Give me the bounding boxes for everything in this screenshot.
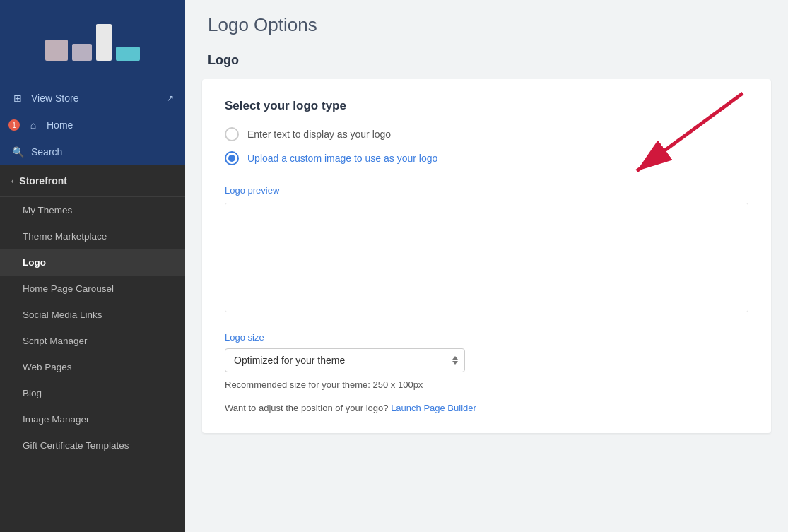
brand-logo [45, 24, 140, 61]
logo-size-section: Logo size Optimized for your theme Origi… [225, 332, 748, 413]
search-label: Search [31, 146, 62, 158]
chevron-left-icon: ‹ [11, 177, 13, 185]
search-icon: 🔍 [11, 146, 24, 158]
logo-preview-section: Logo preview [225, 185, 748, 312]
logo-block-4 [116, 47, 140, 61]
sidebar: ⊞ View Store ↗ 1 ⌂ Home 🔍 Search ‹ Store… [0, 0, 185, 532]
radio-circle-image[interactable] [225, 151, 239, 165]
logo-size-select-wrapper: Optimized for your theme Original size C… [225, 348, 465, 372]
page-subtitle: Logo [208, 53, 765, 68]
radio-circle-text[interactable] [225, 127, 239, 141]
logo-preview-label: Logo preview [225, 185, 748, 196]
main-content: Logo Options Logo Select your logo type … [185, 0, 788, 532]
view-store-label: View Store [31, 93, 78, 104]
sidebar-item-gift-certificate[interactable]: Gift Certificate Templates [0, 432, 185, 459]
radio-label-image: Upload a custom image to use as your log… [247, 153, 437, 164]
storefront-label: Storefront [19, 175, 67, 187]
logo-options-card: Select your logo type Enter text to disp… [202, 79, 771, 433]
external-link-icon: ↗ [167, 93, 174, 103]
home-label: Home [47, 119, 73, 131]
sidebar-item-image-manager[interactable]: Image Manager [0, 406, 185, 432]
logo-preview-box [225, 203, 748, 312]
sidebar-nav-list: My Themes Theme Marketplace Logo Home Pa… [0, 197, 185, 459]
home-badge: 1 [8, 119, 20, 131]
page-title: Logo Options [208, 14, 765, 36]
sidebar-item-home-page-carousel[interactable]: Home Page Carousel [0, 276, 185, 302]
logo-block-1 [45, 40, 68, 61]
radio-label-text: Enter text to display as your logo [247, 129, 391, 140]
sidebar-item-blog[interactable]: Blog [0, 380, 185, 406]
logo-size-select[interactable]: Optimized for your theme Original size C… [225, 348, 465, 372]
sidebar-item-theme-marketplace[interactable]: Theme Marketplace [0, 223, 185, 249]
radio-text-logo[interactable]: Enter text to display as your logo [225, 127, 748, 141]
logo-block-2 [72, 44, 92, 61]
home-icon: ⌂ [27, 119, 40, 131]
sidebar-item-social-media[interactable]: Social Media Links [0, 302, 185, 328]
sidebar-item-web-pages[interactable]: Web Pages [0, 354, 185, 380]
page-header-area: Logo Options [185, 0, 788, 42]
launch-page-builder-link[interactable]: Launch Page Builder [391, 403, 476, 413]
section-title: Select your logo type [225, 99, 748, 113]
logo-block-3 [96, 24, 112, 61]
sidebar-item-my-themes[interactable]: My Themes [0, 197, 185, 223]
search-item[interactable]: 🔍 Search [0, 138, 185, 165]
logo-size-label: Logo size [225, 332, 748, 343]
top-nav: ⊞ View Store ↗ 1 ⌂ Home 🔍 Search [0, 85, 185, 165]
radio-inner-dot [228, 155, 235, 162]
logo-type-radio-group: Enter text to display as your logo Uploa… [225, 127, 748, 165]
store-icon: ⊞ [11, 92, 24, 105]
page-subtitle-area: Logo [185, 42, 788, 79]
content-area: Select your logo type Enter text to disp… [185, 79, 788, 532]
home-item[interactable]: 1 ⌂ Home [0, 112, 185, 138]
sidebar-item-logo[interactable]: Logo [0, 249, 185, 276]
adjust-position-text: Want to adjust the position of your logo… [225, 403, 748, 413]
sidebar-section: ‹ Storefront My Themes Theme Marketplace… [0, 165, 185, 532]
storefront-header[interactable]: ‹ Storefront [0, 165, 185, 197]
sidebar-item-script-manager[interactable]: Script Manager [0, 328, 185, 354]
sidebar-header [0, 0, 185, 85]
view-store-item[interactable]: ⊞ View Store ↗ [0, 85, 185, 112]
recommended-size-text: Recommended size for your theme: 250 x 1… [225, 379, 748, 390]
radio-image-logo[interactable]: Upload a custom image to use as your log… [225, 151, 748, 165]
